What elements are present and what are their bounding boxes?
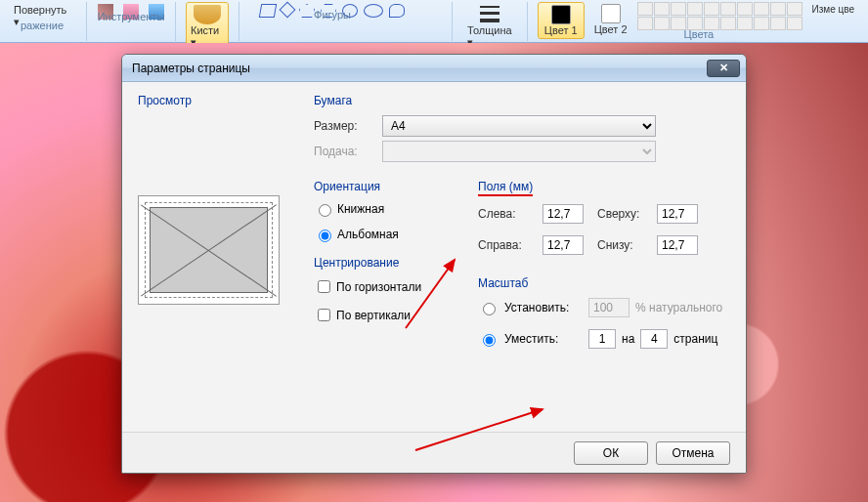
group-image-label: ражение — [21, 20, 64, 31]
scale-heading: Масштаб — [478, 276, 730, 290]
size-label: Размер: — [314, 119, 382, 133]
dialog-titlebar[interactable]: Параметры страницы ✕ — [122, 55, 746, 82]
orientation-landscape-label: Альбомная — [337, 228, 399, 241]
source-label: Подача: — [314, 145, 382, 158]
group-colors-label: Цвета — [684, 28, 715, 40]
dialog-footer: ОК Отмена — [122, 432, 746, 473]
close-button[interactable]: ✕ — [707, 60, 740, 77]
preview-box — [138, 195, 280, 305]
brush-icon — [194, 5, 221, 24]
page-setup-dialog: Параметры страницы ✕ Просмотр Бумага Раз… — [121, 54, 747, 474]
scale-set-label: Установить: — [504, 301, 583, 314]
centering-heading: Центрирование — [314, 256, 451, 270]
size-select[interactable]: A4 — [382, 115, 656, 137]
scale-fit-w-input[interactable] — [588, 329, 616, 349]
scale-fit-mid: на — [622, 332, 634, 346]
center-vertical-check[interactable] — [318, 309, 330, 321]
close-icon: ✕ — [719, 62, 728, 74]
ok-button[interactable]: ОК — [574, 441, 648, 465]
orientation-portrait-radio[interactable] — [319, 204, 331, 217]
orientation-heading: Ориентация — [314, 180, 451, 193]
center-vertical-label: По вертикали — [336, 309, 411, 322]
margin-top-input[interactable] — [657, 204, 698, 224]
scale-fit-suffix: страниц — [673, 332, 717, 346]
preview-heading: Просмотр — [138, 94, 314, 107]
cancel-button[interactable]: Отмена — [656, 441, 730, 465]
scale-set-suffix: % натурального — [635, 301, 722, 314]
orientation-portrait-label: Книжная — [337, 202, 384, 216]
margins-heading: Поля (мм) — [478, 180, 730, 196]
group-shapes-label: Фигуры — [314, 9, 351, 21]
margin-right-input[interactable] — [542, 235, 584, 255]
margin-top-label: Сверху: — [597, 207, 651, 221]
color1-button[interactable]: Цвет 1 — [538, 2, 585, 39]
margin-bottom-input[interactable] — [657, 235, 698, 255]
scale-fit-h-input[interactable] — [640, 329, 668, 349]
scale-fit-label: Уместить: — [504, 332, 583, 346]
margin-bottom-label: Снизу: — [597, 238, 651, 252]
ribbon: Повернуть ▾ ражение Инструменты Кисти ▾ … — [0, 0, 868, 43]
orientation-landscape-radio[interactable] — [319, 230, 331, 242]
group-tools-label: Инструменты — [98, 11, 165, 22]
center-horizontal-label: По горизонтали — [336, 280, 421, 294]
edit-colors-button[interactable]: Изме цве — [806, 2, 860, 17]
dialog-title: Параметры страницы — [132, 62, 250, 75]
margin-left-input[interactable] — [542, 204, 584, 224]
source-select — [382, 141, 656, 162]
scale-fit-radio[interactable] — [483, 334, 496, 347]
scale-set-radio[interactable] — [483, 303, 496, 315]
paper-heading: Бумага — [314, 94, 730, 107]
color2-button[interactable]: Цвет 2 — [588, 2, 633, 37]
center-horizontal-check[interactable] — [318, 280, 330, 293]
margin-left-label: Слева: — [478, 207, 537, 221]
margin-right-label: Справа: — [478, 238, 537, 252]
scale-set-input — [588, 298, 629, 317]
color-palette[interactable] — [637, 2, 803, 30]
